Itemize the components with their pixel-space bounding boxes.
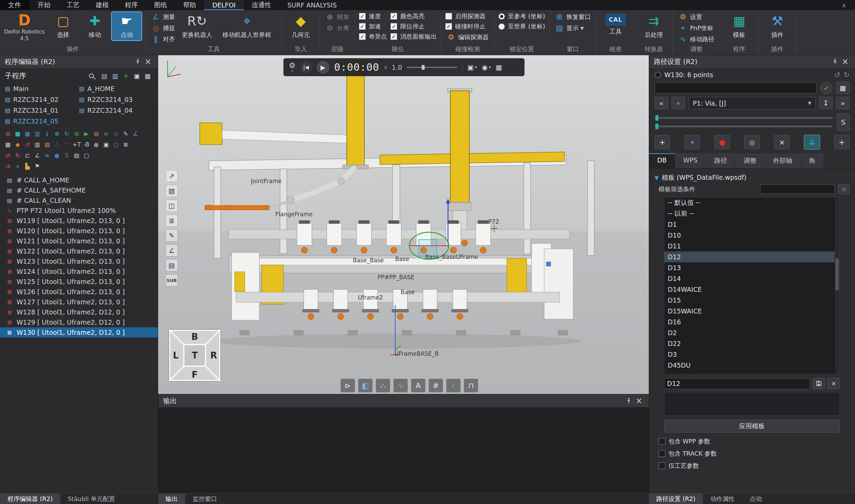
redo-icon[interactable]: ↻ xyxy=(843,71,850,79)
point-name-input[interactable] xyxy=(655,82,817,93)
statement-row[interactable]: ▤ # CALL A_HOME xyxy=(0,175,158,185)
slider-handle[interactable] xyxy=(655,124,659,129)
statement-row[interactable]: ⊠ W126 [ Utool1, Uframe2, D13, 0 ] xyxy=(0,287,158,297)
template-list[interactable]: -- 默认值 ---- 以前 --D1D10D11D12D13D14D14WAI… xyxy=(664,197,840,374)
process-params-only-checkbox[interactable]: 仅工艺参数 xyxy=(659,462,850,470)
singularity-checkbox[interactable]: 奇异点 xyxy=(359,33,387,41)
toolbar-icon[interactable]: ◇ xyxy=(111,129,120,138)
search-icon[interactable] xyxy=(86,71,97,80)
grid-view-icon[interactable]: ▦ xyxy=(836,82,850,94)
toolbar-icon[interactable]: ≡ xyxy=(102,129,110,138)
record-stop-button[interactable]: ● xyxy=(744,135,760,149)
gripper-icon[interactable]: ⊓ xyxy=(464,379,478,392)
toolbar-icon[interactable]: +T xyxy=(72,140,81,149)
jog-pin-icon[interactable]: ⌖ xyxy=(672,97,685,109)
add-point-button[interactable]: + xyxy=(655,135,670,149)
path-slider-1[interactable] xyxy=(655,117,833,119)
toolbar-icon[interactable]: ⊏ xyxy=(23,151,32,160)
view-cube[interactable]: B L T R F xyxy=(167,328,222,382)
slider-handle[interactable] xyxy=(655,115,659,121)
subprogram-r2zc3214-04[interactable]: ▤ R2ZC3214_04 xyxy=(79,107,153,114)
camera-icon[interactable]: ◉▾ xyxy=(482,63,491,71)
tab-db[interactable]: DB xyxy=(649,153,675,168)
collapse-ribbon-icon[interactable]: ∧ xyxy=(842,2,846,9)
toolbar-icon[interactable]: ○ xyxy=(111,140,120,149)
menu-delfoi[interactable]: DELFOI xyxy=(204,0,244,10)
template-item[interactable]: D1 xyxy=(664,219,839,230)
subprogram-r2zc3214-05[interactable]: ▤ R2ZC3214_05 xyxy=(5,118,79,125)
toolbar-icon[interactable]: ⚑ xyxy=(33,162,42,170)
play-button[interactable]: ▶ xyxy=(317,61,329,74)
vr-view-icon[interactable]: ▦ xyxy=(496,63,502,71)
statusbar-path-settings-tab[interactable]: 路径设置 (R2) xyxy=(649,493,703,504)
toolbar-icon[interactable]: ∝ xyxy=(13,162,22,170)
statusbar-output-tab[interactable]: 输出 xyxy=(158,493,185,504)
pin-icon[interactable] xyxy=(133,57,143,66)
template-item[interactable]: D45DU xyxy=(664,360,839,371)
statement-row[interactable]: ⊠ W125 [ Utool1, Uframe2, D13, 0 ] xyxy=(0,276,158,287)
toolbar-icon[interactable]: ⊕ xyxy=(53,129,61,138)
statement-row[interactable]: ⊠ W119 [ Utool1, Uframe2, D13, 0 ] xyxy=(0,216,158,226)
tab-path[interactable]: 路径 xyxy=(706,153,735,168)
move-tool-button[interactable]: ✚ 移动 xyxy=(80,12,110,40)
template-item[interactable]: -- 默认值 -- xyxy=(664,197,839,208)
statement-row[interactable]: ⊠ W124 [ Utool1, Uframe2, D13, 0 ] xyxy=(0,266,158,276)
toolbar-icon[interactable]: ▤ xyxy=(72,151,81,160)
toolbar-icon[interactable]: ▶ xyxy=(82,129,91,138)
template-item[interactable]: D15 xyxy=(664,295,839,306)
toolbar-icon[interactable]: ↓ xyxy=(43,129,52,138)
toolbar-icon[interactable]: ∠ xyxy=(131,129,140,138)
toolbar-icon[interactable]: ↻ xyxy=(13,151,22,160)
add-program-icon[interactable]: + xyxy=(121,71,131,80)
transform-icon[interactable]: # xyxy=(429,379,443,392)
toolbar-icon[interactable]: S xyxy=(62,151,71,160)
template-item[interactable]: D11 xyxy=(664,241,839,252)
include-track-checkbox[interactable]: 包含 TRACK 参数 xyxy=(659,450,850,457)
panel-icon[interactable]: ▤ xyxy=(165,259,178,271)
toolbar-icon[interactable]: ✎ xyxy=(121,129,130,138)
align-button[interactable]: ∥ 对齐 xyxy=(150,35,176,44)
toolbar-icon[interactable]: ≡ xyxy=(43,151,52,160)
postprocess-button[interactable]: ⇉ 后处理 xyxy=(639,12,669,40)
toolbar-icon[interactable]: ⊟ xyxy=(92,129,101,138)
toolbar-icon[interactable]: ▙ xyxy=(23,162,32,170)
message-panel-checkbox[interactable]: 消息面板输出 xyxy=(390,33,437,41)
pnp-coords-button[interactable]: ⌖ PnP坐标 xyxy=(677,23,716,33)
statement-row[interactable]: ▤ # CALL A_CLEAN xyxy=(0,195,158,205)
edit-detector-button[interactable]: ⚙ 编辑探测器 xyxy=(445,33,490,42)
settings-button[interactable]: ⚙ 设置 xyxy=(677,12,716,21)
select-tool-button[interactable]: ▢ 选择 xyxy=(48,12,78,40)
template-item[interactable]: D2 xyxy=(664,327,839,338)
record-button[interactable]: ● xyxy=(714,135,730,149)
tab-external-axis[interactable]: 外部轴 xyxy=(765,153,801,168)
lock-to-reference-radio[interactable]: 至参考 (坐标) xyxy=(498,12,545,20)
save-template-icon[interactable] xyxy=(813,378,825,389)
menu-start[interactable]: 开始 xyxy=(30,0,58,10)
image-export-icon[interactable]: ▣▾ xyxy=(467,63,477,71)
template-item[interactable]: D14WAICE xyxy=(664,284,839,295)
toolbar-icon[interactable]: ∵ xyxy=(62,140,71,149)
delete-template-icon[interactable]: × xyxy=(827,378,840,389)
calibrate-tool-button[interactable]: CAL 工具 xyxy=(601,12,630,37)
attach-button[interactable]: ⊕ 附加 xyxy=(324,12,351,21)
menu-file[interactable]: 文件 xyxy=(0,0,30,10)
statement-row[interactable]: ⊠ W120 [ Utool1, Uframe2, D13, 0 ] xyxy=(0,226,158,236)
measure-icon[interactable]: ∠ xyxy=(165,245,178,256)
toolbar-icon[interactable]: ▥ xyxy=(33,140,42,149)
menu-connectivity[interactable]: 连通性 xyxy=(244,0,279,10)
statusbar-motion-props-tab[interactable]: 动作属性 xyxy=(703,493,742,504)
measure-button[interactable]: ∠ 测量 xyxy=(150,12,176,21)
move-path-button[interactable]: ∿ 移动路径 xyxy=(677,35,716,44)
toolbar-icon[interactable]: ▤ xyxy=(43,140,52,149)
pin-icon[interactable] xyxy=(624,396,634,405)
fit-view-icon[interactable]: ⇗ xyxy=(165,170,178,182)
statement-row[interactable]: ⊠ W129 [ Utool1, Uframe2, D12, 0 ] xyxy=(0,317,158,327)
template-section-header[interactable]: ▼ 模板 (WPS_DataFile.wpsdf) xyxy=(655,173,850,182)
template-item[interactable]: D10 xyxy=(664,230,839,241)
speed-checkbox[interactable]: 速度 xyxy=(359,12,387,20)
toolbar-icon[interactable]: ▦ xyxy=(3,140,12,149)
toolbar-icon[interactable]: ⊞ xyxy=(72,129,81,138)
close-icon[interactable]: × xyxy=(840,57,850,66)
path-slider-2[interactable] xyxy=(655,126,833,127)
statement-row[interactable]: ∿ PTP P72 Utool1 Uframe2 100% xyxy=(0,205,158,216)
